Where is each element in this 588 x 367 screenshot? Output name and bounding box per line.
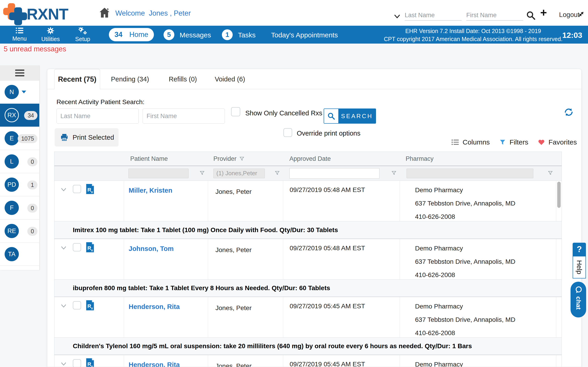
help-tab[interactable]: Help — [573, 256, 586, 278]
search-icon[interactable] — [526, 10, 536, 21]
col-header-patient[interactable]: Patient Name — [124, 152, 208, 166]
search-button[interactable]: SEARCH — [324, 108, 376, 124]
nav-messages[interactable]: Messages — [180, 31, 211, 39]
tabs-row: Recent (75) Pending (34) Refills (0) Voi… — [47, 69, 581, 89]
refresh-icon[interactable] — [564, 107, 574, 118]
chevron-down-icon[interactable] — [394, 13, 401, 21]
ehr-version-text: EHR Version 7.2 Install Date: Oct 2013 ©… — [381, 28, 565, 34]
unread-messages-alert[interactable]: 5 unread messages — [4, 45, 66, 53]
printer-icon — [60, 133, 69, 142]
table-row: Rx Henderson, Rita Jones, Peter 09/27/20… — [54, 297, 562, 338]
tab-recent[interactable]: Recent (75) — [54, 69, 100, 89]
row-checkbox[interactable] — [73, 185, 81, 193]
header-first-name-input[interactable] — [466, 10, 523, 21]
rx-document-icon[interactable]: Rx — [86, 358, 95, 367]
messages-count-badge: 5 — [164, 29, 174, 40]
svg-text:x: x — [91, 307, 93, 310]
nav-menu[interactable]: Menu — [7, 27, 32, 42]
row-checkbox[interactable] — [73, 359, 81, 367]
sidebar-item-rx[interactable]: RX 34 — [0, 104, 39, 127]
columns-list-icon — [451, 139, 459, 145]
chat-bubble-icon — [574, 286, 582, 294]
home-icon[interactable] — [98, 6, 111, 20]
tab-refills[interactable]: Refills (0) — [164, 69, 201, 89]
header-last-name-input[interactable] — [405, 10, 462, 21]
nav-home-pill[interactable]: 34 Home — [109, 28, 154, 41]
sidebar-item-n[interactable]: N — [0, 81, 39, 104]
nav-appointments[interactable]: Today's Appointments — [271, 31, 338, 39]
sidebar-item-f[interactable]: F 0 — [0, 196, 39, 219]
filter-funnel-icon[interactable] — [199, 170, 205, 176]
show-cancelled-label[interactable]: Show Only Cancelled Rxs — [245, 109, 322, 117]
approved-date-cell: 09/27/2019 05:45 AM EST — [283, 355, 400, 367]
drug-summary-row: Children's Tylenol 160 mg/5 mL oral susp… — [54, 338, 562, 355]
provider-filter-input[interactable] — [213, 169, 265, 178]
patient-name-link[interactable]: Henderson, Rita — [124, 297, 208, 311]
sidebar-item-l[interactable]: L 0 — [0, 150, 39, 173]
patient-name-link[interactable]: Miller, Kristen — [124, 181, 208, 194]
favorites-button[interactable]: Favorites — [538, 138, 577, 146]
rx-document-icon[interactable]: Rx — [86, 300, 95, 312]
rx-document-icon[interactable]: Rx — [86, 184, 95, 195]
heart-icon — [538, 139, 545, 145]
svg-text:x: x — [91, 365, 93, 367]
sidebar-collapse-button[interactable] — [0, 65, 39, 81]
filter-funnel-icon[interactable] — [391, 170, 397, 176]
pharmacy-cell: Demo Pharmacy 637 Tebbston Drive, Annapo… — [400, 297, 556, 340]
fullscreen-expand-icon[interactable] — [576, 10, 585, 21]
svg-text:R: R — [87, 303, 91, 309]
nav-utilities[interactable]: Utilities — [37, 27, 64, 42]
expand-chevron-icon[interactable] — [61, 188, 66, 193]
expand-chevron-icon[interactable] — [61, 362, 66, 367]
pharmacy-filter-input[interactable] — [406, 169, 533, 178]
rx-document-icon[interactable]: Rx — [86, 242, 95, 254]
expand-chevron-icon[interactable] — [61, 246, 66, 251]
sidebar-badge: 1075 — [18, 134, 37, 143]
provider-cell: Jones, Peter — [208, 355, 283, 367]
filter-funnel-icon[interactable] — [548, 170, 553, 176]
filter-funnel-icon[interactable] — [275, 170, 280, 176]
welcome-text: Welcome Jones , Peter — [115, 9, 191, 17]
sidebar-item-re[interactable]: RE 0 — [0, 219, 39, 243]
col-header-pharmacy[interactable]: Pharmacy — [400, 152, 556, 166]
filters-button[interactable]: Filters — [499, 138, 528, 146]
approved-date-filter-input[interactable] — [289, 168, 380, 179]
print-selected-button[interactable]: Print Selected — [55, 128, 119, 147]
table-scrollbar-thumb[interactable] — [557, 182, 561, 208]
row-checkbox[interactable] — [73, 301, 81, 309]
tab-pending[interactable]: Pending (34) — [109, 69, 151, 89]
cpt-copyright-text: CPT copyright 2017 American Medical Asso… — [381, 36, 565, 42]
col-header-provider[interactable]: Provider — [208, 152, 283, 166]
prescriptions-panel: Recent (75) Pending (34) Refills (0) Voi… — [47, 69, 582, 367]
chat-button[interactable]: chat — [571, 282, 586, 317]
nav-tasks[interactable]: Tasks — [238, 31, 256, 39]
override-print-label[interactable]: Override print options — [297, 130, 360, 137]
row-checkbox[interactable] — [73, 243, 81, 251]
main-navbar: Menu Utilities Setup 34 Home 5 Messages … — [0, 26, 588, 44]
patient-name-link[interactable]: Johnson, Tom — [124, 239, 208, 252]
svg-text:x: x — [91, 248, 93, 252]
expand-chevron-icon[interactable] — [61, 304, 66, 309]
sidebar-item-ta[interactable]: TA — [0, 243, 39, 266]
help-question-button[interactable]: ? — [573, 243, 586, 256]
patient-name-link[interactable]: Henderson, Rita — [124, 355, 208, 367]
add-icon[interactable]: + — [540, 7, 547, 18]
svg-text:R: R — [87, 361, 91, 367]
provider-cell: Jones, Peter — [208, 239, 283, 254]
override-print-checkbox[interactable] — [284, 128, 292, 137]
sidebar-item-pd[interactable]: PD 1 — [0, 173, 39, 196]
nav-setup[interactable]: Setup — [69, 27, 96, 42]
search-last-name-input[interactable] — [57, 108, 139, 124]
provider-cell: Jones, Peter — [208, 181, 283, 195]
caret-down-icon[interactable] — [22, 91, 26, 93]
columns-button[interactable]: Columns — [451, 138, 490, 146]
show-cancelled-checkbox[interactable] — [231, 107, 240, 116]
search-first-name-input[interactable] — [143, 108, 225, 124]
prescriptions-table: Patient Name Provider Approved Date Phar… — [54, 152, 562, 367]
filter-funnel-icon — [499, 139, 506, 145]
approved-date-cell: 09/27/2019 05:48 AM EST — [283, 181, 400, 194]
patient-filter-input[interactable] — [128, 169, 189, 178]
tab-voided[interactable]: Voided (6) — [210, 69, 250, 89]
sidebar-item-e[interactable]: E 1075 — [0, 127, 39, 150]
col-header-approved[interactable]: Approved Date — [283, 152, 400, 166]
